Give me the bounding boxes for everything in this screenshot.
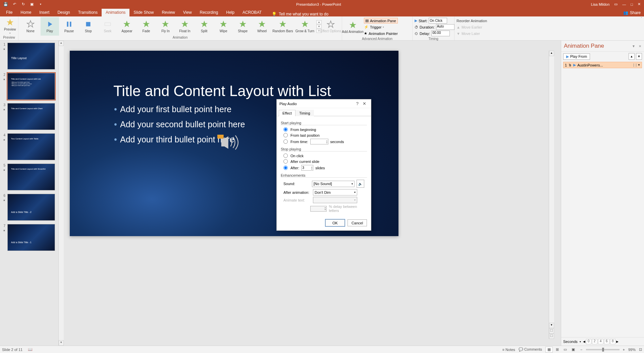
item-dropdown-icon[interactable]: ▼ [638, 63, 640, 67]
dialog-help-button[interactable]: ? [354, 101, 361, 106]
add-animation-button[interactable]: Add Animation [343, 18, 362, 36]
anim-play[interactable]: Play [41, 17, 59, 36]
tab-animations[interactable]: Animations [102, 9, 129, 16]
tab-review[interactable]: Review [158, 9, 179, 16]
duration-input[interactable]: Auto [436, 24, 454, 30]
tab-transitions[interactable]: Transitions [74, 9, 102, 16]
slide-thumb-7[interactable]: 7★Add a Slide Title - 1 [1, 224, 57, 251]
pane-close-icon[interactable]: ✕ [639, 44, 641, 48]
anim-appear[interactable]: Appear [118, 17, 137, 36]
timeline-next-icon[interactable]: ▶ [616, 340, 619, 343]
slide-count-label[interactable]: Slide 2 of 11 [2, 348, 22, 352]
share-button[interactable]: 👥 Share [620, 9, 644, 16]
tab-slideshow[interactable]: Slide Show [129, 9, 158, 16]
dialog-title-bar[interactable]: Play Audio ? ✕ [277, 99, 371, 108]
start-from-beginning-icon[interactable]: ▣ [30, 2, 34, 7]
anim-wheel[interactable]: Wheel [253, 17, 271, 36]
anim-randombars[interactable]: Random Bars [272, 17, 293, 36]
slide-thumb-1[interactable]: 1★Title Layout [1, 43, 57, 70]
user-name[interactable]: Lisa Mildon [591, 2, 610, 6]
move-later-button[interactable]: ▼Move Later [457, 31, 487, 36]
slide-thumb-6[interactable]: 6★Add a Slide Title - 2 [1, 194, 57, 221]
qat-customize-icon[interactable]: ▾ [38, 2, 43, 7]
tab-acrobat[interactable]: ACROBAT [238, 9, 266, 16]
audio-object[interactable] [217, 135, 241, 151]
ok-button[interactable]: OK [325, 219, 345, 226]
from-last-radio[interactable] [283, 133, 288, 137]
anim-pause[interactable]: Pause [60, 17, 78, 36]
editor-vscrollbar[interactable]: ▴▾⬚⬚ [549, 51, 554, 339]
anim-flyin[interactable]: Fly In [156, 17, 175, 36]
on-click-radio[interactable] [283, 153, 288, 158]
anim-fade[interactable]: Fade [137, 17, 156, 36]
dialog-tab-effect[interactable]: Effect [279, 110, 296, 116]
close-button[interactable]: ✕ [638, 2, 641, 6]
move-down-button[interactable]: ▼ [636, 53, 642, 60]
maximize-button[interactable]: □ [631, 2, 633, 6]
after-radio[interactable] [283, 166, 288, 170]
animation-painter-button[interactable]: ★Animation Painter [364, 31, 398, 36]
slide-thumb-3[interactable]: 3★Title and Content Layout with Chart [1, 103, 57, 130]
dialog-tab-timing[interactable]: Timing [296, 110, 314, 116]
sound-combo[interactable]: [No Sound]▾ [312, 181, 355, 187]
tab-view[interactable]: View [179, 9, 196, 16]
slideshow-view-button[interactable]: ▣ [570, 347, 577, 353]
delay-input[interactable]: 00.00 [431, 31, 450, 36]
reading-view-button[interactable]: ▭ [561, 347, 569, 353]
thumbnail-list[interactable]: 1★Title Layout 2★Title and Content Layou… [0, 41, 58, 346]
anim-growturn[interactable]: Grow & Turn [294, 17, 316, 36]
save-icon[interactable]: 💾 [3, 2, 8, 7]
redo-icon[interactable]: ↻ [21, 2, 25, 7]
anim-floatin[interactable]: Float In [175, 17, 194, 36]
animation-list-item[interactable]: 1 🖱 ▶ AustinPowers... ▼ [563, 62, 642, 68]
dialog-close-button[interactable]: ✕ [361, 101, 368, 106]
effect-options-button[interactable]: Effect Options [322, 17, 339, 36]
trigger-button[interactable]: ⚡Trigger▾ [364, 24, 398, 30]
slide-thumb-2[interactable]: 2★Title and Content Layout with List• Ad… [1, 73, 57, 100]
anim-split[interactable]: Split [195, 17, 214, 36]
move-up-button[interactable]: ▲ [629, 53, 635, 60]
spellcheck-icon[interactable]: 📖 [28, 347, 33, 352]
tab-design[interactable]: Design [53, 9, 74, 16]
zoom-slider[interactable] [586, 349, 620, 350]
slide-thumb-5[interactable]: 5★Title and Content Layout with SmartArt [1, 164, 57, 190]
minimize-button[interactable]: — [622, 2, 626, 6]
normal-view-button[interactable]: ▦ [545, 347, 553, 353]
pane-dropdown-icon[interactable]: ▼ [632, 44, 635, 48]
comments-button[interactable]: 💬 Comments [519, 347, 542, 352]
notes-button[interactable]: ≡ Notes [502, 348, 515, 352]
slide-thumb-4[interactable]: 4★Two Content Layout with Table [1, 133, 57, 160]
tab-home[interactable]: Home [16, 9, 35, 16]
zoom-in-button[interactable]: + [623, 348, 625, 352]
sound-preview-button[interactable]: 🔈 [357, 180, 364, 188]
after-animation-combo[interactable]: Don't Dim▾ [313, 189, 357, 195]
zoom-out-button[interactable]: − [580, 348, 582, 352]
from-beginning-radio[interactable] [283, 127, 288, 132]
play-from-button[interactable]: ▶Play From [563, 53, 590, 60]
zoom-level-label[interactable]: 99% [628, 348, 636, 352]
slide-title-text[interactable]: Title and Content Layout with List [113, 83, 331, 99]
from-time-radio[interactable] [283, 139, 288, 144]
tab-file[interactable]: File [2, 9, 16, 16]
animation-pane-button[interactable]: ▤Animation Pane [364, 18, 398, 24]
slide-sorter-view-button[interactable]: ⊞ [553, 347, 561, 353]
move-earlier-button[interactable]: ▲Move Earlier [457, 24, 487, 30]
preview-button[interactable]: Preview ▾ [1, 17, 19, 36]
ribbon-display-icon[interactable]: ▭ [614, 2, 618, 6]
tab-recording[interactable]: Recording [196, 9, 222, 16]
after-slides-input[interactable]: 3▴▾ [301, 165, 313, 171]
start-select[interactable]: On Click [429, 18, 447, 24]
anim-stop[interactable]: Stop [79, 17, 98, 36]
tell-me-search[interactable]: 💡 Tell me what you want to do [266, 12, 328, 16]
fit-to-window-button[interactable]: ⊡ [639, 347, 642, 352]
collapse-ribbon-icon[interactable]: ˇ [639, 16, 644, 40]
from-time-input[interactable]: ▴▾ [310, 139, 328, 144]
anim-seek[interactable]: Seek [98, 17, 117, 36]
thumbnail-scrollbar[interactable]: ▴▾ [58, 41, 64, 346]
slide-bullet-1[interactable]: Add your first bullet point here [120, 104, 231, 114]
anim-shape[interactable]: Shape [233, 17, 252, 36]
slide-bullet-2[interactable]: Add your second bullet point here [120, 120, 245, 129]
timeline-prev-icon[interactable]: ◀ [583, 340, 585, 343]
tab-insert[interactable]: Insert [35, 9, 53, 16]
anim-wipe[interactable]: Wipe [214, 17, 233, 36]
